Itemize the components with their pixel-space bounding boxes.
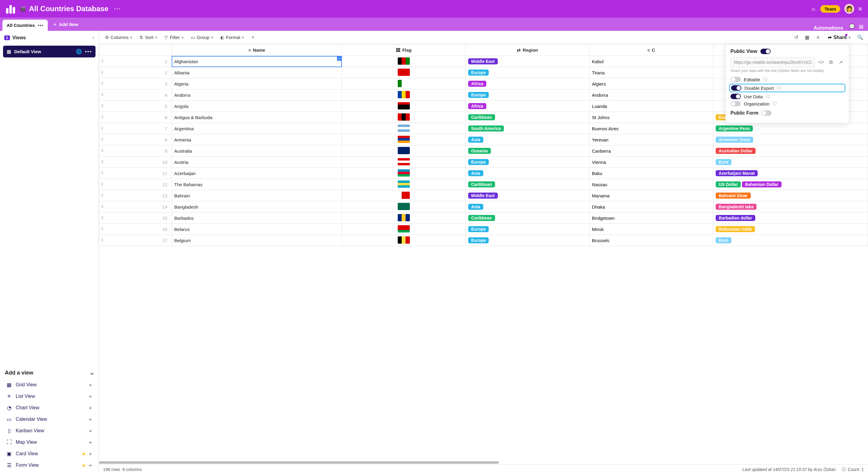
region-cell[interactable]: Middle East — [466, 190, 589, 201]
row-index[interactable]: ⠿15 — [99, 212, 172, 224]
add-new-tab-button[interactable]: ＋ Add New — [48, 18, 83, 31]
region-cell[interactable]: Asia — [466, 168, 589, 179]
capital-cell[interactable]: Luanda — [589, 101, 713, 112]
team-badge[interactable]: Team — [820, 5, 840, 13]
plus-icon[interactable]: ＋ — [88, 393, 93, 400]
copy-icon[interactable]: ⧉ — [827, 60, 834, 65]
plus-icon[interactable]: ＋ — [88, 404, 93, 411]
table-row[interactable]: ⠿10 Austria Europe Vienna Euro — [99, 156, 868, 168]
capital-cell[interactable]: St Johns — [589, 112, 713, 123]
currency-cell[interactable]: Belarusian ruble — [713, 224, 868, 235]
share-button[interactable]: ➦ Share ▾ — [824, 33, 854, 42]
plus-icon[interactable]: ＋ — [88, 381, 93, 388]
brightness-icon[interactable]: ☼ — [811, 5, 816, 12]
drag-handle-icon[interactable]: ⠿ — [101, 238, 104, 242]
view-type-item[interactable]: ☰Form View★＋ — [3, 460, 95, 471]
currency-cell[interactable]: Azerbaijani Manat — [713, 168, 868, 179]
flag-cell[interactable] — [342, 123, 465, 134]
drag-handle-icon[interactable]: ⠿ — [101, 182, 104, 186]
info-icon[interactable]: ⓘ — [766, 94, 770, 99]
region-cell[interactable]: Europe — [466, 224, 589, 235]
table-row[interactable]: ⠿7 Argentina South America Buenos Aires … — [99, 123, 868, 134]
flag-cell[interactable] — [342, 56, 465, 67]
flag-cell[interactable] — [342, 101, 465, 112]
drag-handle-icon[interactable]: ⠿ — [101, 216, 104, 220]
view-type-item[interactable]: ⛶Map View＋ — [3, 437, 95, 448]
name-cell[interactable]: Angola — [172, 101, 342, 112]
region-cell[interactable]: Caribbean — [466, 212, 589, 224]
drag-handle-icon[interactable]: ⠿ — [101, 126, 104, 130]
name-cell[interactable]: Belgium — [172, 235, 342, 246]
name-cell[interactable]: Algeria — [172, 78, 342, 89]
name-cell[interactable]: The Bahamas — [172, 179, 342, 190]
row-index[interactable]: ⠿2 — [99, 67, 172, 78]
columns-button[interactable]: ⚙Columns▾ — [102, 33, 135, 42]
capital-cell[interactable]: Canberra — [589, 145, 713, 156]
drag-handle-icon[interactable]: ⠿ — [101, 194, 104, 198]
row-index[interactable]: ⠿13 — [99, 190, 172, 201]
name-cell[interactable]: Afghanistan⤢ — [172, 56, 342, 67]
currency-cell[interactable]: Armenian Dram — [713, 134, 868, 145]
editable-toggle[interactable] — [731, 77, 741, 82]
capital-cell[interactable]: Tirana — [589, 67, 713, 78]
card-view-icon[interactable]: ▦ — [802, 33, 812, 42]
region-cell[interactable]: Asia — [466, 134, 589, 145]
drag-handle-icon[interactable]: ⠿ — [101, 59, 104, 63]
flag-cell[interactable] — [342, 190, 465, 201]
tab-more-icon[interactable]: ••• — [38, 23, 43, 28]
public-view-toggle[interactable] — [761, 49, 771, 54]
capital-cell[interactable]: Andorra — [589, 89, 713, 101]
sort-button[interactable]: ⇅Sort▾ — [136, 33, 160, 42]
plus-icon[interactable]: ＋ — [88, 462, 93, 469]
capital-cell[interactable]: Buenos Aires — [589, 123, 713, 134]
embed-icon[interactable]: <> — [817, 60, 825, 65]
history-icon[interactable]: ↺ — [792, 33, 801, 42]
currency-cell[interactable]: Argentine Peso — [713, 123, 868, 134]
capital-cell[interactable]: Yerevan — [589, 134, 713, 145]
table-row[interactable]: ⠿12 The Bahamas Caribbean Nassau US Doll… — [99, 179, 868, 190]
drag-handle-icon[interactable]: ⠿ — [101, 205, 104, 209]
disable-export-toggle[interactable] — [731, 85, 741, 91]
table-row[interactable]: ⠿14 Bangladesh Asia Dhaka Bangladeshi ta… — [99, 201, 868, 212]
row-index[interactable]: ⠿5 — [99, 101, 172, 112]
automations-link[interactable]: Automations — [809, 25, 847, 31]
info-icon[interactable]: ⓘ — [763, 77, 767, 82]
region-cell[interactable]: Caribbean — [466, 112, 589, 123]
plus-icon[interactable]: ＋ — [88, 439, 93, 446]
region-cell[interactable]: Europe — [466, 235, 589, 246]
currency-cell[interactable]: Euro — [713, 156, 868, 168]
info-icon[interactable]: ⓘ — [773, 101, 777, 107]
view-type-item[interactable]: ▣Card View★＋ — [3, 448, 95, 460]
region-cell[interactable]: Europe — [466, 67, 589, 78]
share-url-input[interactable] — [731, 57, 815, 67]
capital-cell[interactable]: Kabul — [589, 56, 713, 67]
capital-cell[interactable]: Nassau — [589, 179, 713, 190]
name-cell[interactable]: Barbados — [172, 212, 342, 224]
region-cell[interactable]: Africa — [466, 78, 589, 89]
flag-cell[interactable] — [342, 78, 465, 89]
view-type-item[interactable]: ▭Calendar View＋ — [3, 414, 95, 425]
group-button[interactable]: ▭Group▾ — [188, 33, 216, 42]
flag-cell[interactable] — [342, 156, 465, 168]
tab-all-countries[interactable]: All Countries ••• — [2, 20, 48, 31]
title-more-icon[interactable]: ⋯ — [114, 5, 121, 13]
currency-cell[interactable]: Australian Dollar — [713, 145, 868, 156]
region-cell[interactable]: South America — [466, 123, 589, 134]
table-row[interactable]: ⠿9 Australia Oceania Canberra Australian… — [99, 145, 868, 156]
plus-icon[interactable]: ＋ — [88, 416, 93, 423]
row-index[interactable]: ⠿16 — [99, 224, 172, 235]
drag-handle-icon[interactable]: ⠿ — [101, 104, 104, 108]
collapse-sidebar-icon[interactable]: ‹ — [92, 34, 94, 41]
view-type-item[interactable]: ▯Kanban View＋ — [3, 425, 95, 437]
capital-cell[interactable]: Brussels — [589, 235, 713, 246]
name-cell[interactable]: Australia — [172, 145, 342, 156]
currency-cell[interactable]: Barbadian dollar — [713, 212, 868, 224]
default-view-item[interactable]: ▦ Default View 🌐 ••• — [3, 46, 95, 57]
info-icon[interactable]: ⓘ — [777, 85, 781, 91]
flag-cell[interactable] — [342, 224, 465, 235]
flag-cell[interactable] — [342, 179, 465, 190]
column-header[interactable]: Region — [523, 48, 538, 53]
region-cell[interactable]: Middle East — [466, 56, 589, 67]
drag-handle-icon[interactable]: ⠿ — [101, 138, 104, 142]
region-cell[interactable]: Africa — [466, 101, 589, 112]
